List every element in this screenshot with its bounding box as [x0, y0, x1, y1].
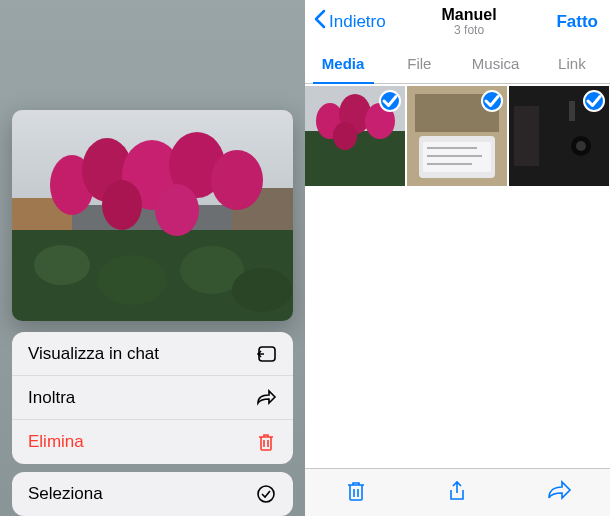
selection-check-icon — [481, 90, 503, 112]
svg-point-6 — [97, 255, 167, 305]
media-selection-panel: Indietro Manuel 3 foto Fatto Media File … — [305, 0, 610, 516]
svg-point-5 — [34, 245, 90, 285]
svg-point-23 — [333, 122, 357, 150]
nav-title: Manuel — [442, 6, 497, 24]
svg-rect-35 — [569, 101, 575, 121]
media-grid — [305, 84, 610, 186]
media-thumb[interactable] — [509, 86, 609, 186]
tab-link[interactable]: Link — [534, 44, 610, 83]
menu-forward[interactable]: Inoltra — [12, 376, 293, 420]
nav-header: Indietro Manuel 3 foto Fatto — [305, 0, 610, 44]
svg-point-17 — [258, 486, 274, 502]
selection-check-icon — [583, 90, 605, 112]
svg-rect-32 — [514, 106, 539, 166]
nav-title-area: Manuel 3 foto — [442, 6, 497, 37]
media-thumb[interactable] — [407, 86, 507, 186]
menu-view-in-chat[interactable]: Visualizza in chat — [12, 332, 293, 376]
forward-arrow-icon — [546, 480, 572, 506]
tab-music[interactable]: Musica — [458, 44, 534, 83]
forward-arrow-icon — [255, 387, 277, 409]
back-button[interactable]: Indietro — [313, 9, 386, 34]
cyclamen-photo — [12, 110, 293, 321]
menu-select[interactable]: Seleziona — [12, 472, 293, 516]
photo-preview[interactable] — [12, 110, 293, 321]
select-menu: Seleziona — [12, 472, 293, 516]
media-tabs: Media File Musica Link — [305, 44, 610, 84]
chevron-left-icon — [313, 9, 327, 34]
svg-point-13 — [211, 150, 263, 210]
media-thumb[interactable] — [305, 86, 405, 186]
nav-subtitle: 3 foto — [442, 24, 497, 37]
photo-context-panel: Visualizza in chat Inoltra Elimina — [0, 0, 305, 516]
show-in-chat-icon — [255, 343, 277, 365]
bottom-toolbar — [305, 468, 610, 516]
share-icon — [445, 479, 469, 507]
menu-delete[interactable]: Elimina — [12, 420, 293, 464]
forward-button[interactable] — [539, 473, 579, 513]
delete-button[interactable] — [336, 473, 376, 513]
svg-point-14 — [102, 180, 142, 230]
context-menu: Visualizza in chat Inoltra Elimina — [12, 332, 293, 464]
trash-icon — [255, 431, 277, 453]
svg-point-15 — [155, 184, 199, 236]
menu-label: Inoltra — [28, 388, 75, 408]
svg-rect-27 — [423, 142, 491, 172]
tab-file[interactable]: File — [381, 44, 457, 83]
done-button[interactable]: Fatto — [552, 12, 602, 32]
circle-check-icon — [255, 483, 277, 505]
tab-media[interactable]: Media — [305, 44, 381, 83]
menu-label: Visualizza in chat — [28, 344, 159, 364]
svg-point-8 — [232, 268, 292, 312]
selection-check-icon — [379, 90, 401, 112]
trash-icon — [344, 479, 368, 507]
back-label: Indietro — [329, 12, 386, 32]
menu-label: Elimina — [28, 432, 84, 452]
menu-label: Seleziona — [28, 484, 103, 504]
svg-point-34 — [576, 141, 586, 151]
share-button[interactable] — [437, 473, 477, 513]
